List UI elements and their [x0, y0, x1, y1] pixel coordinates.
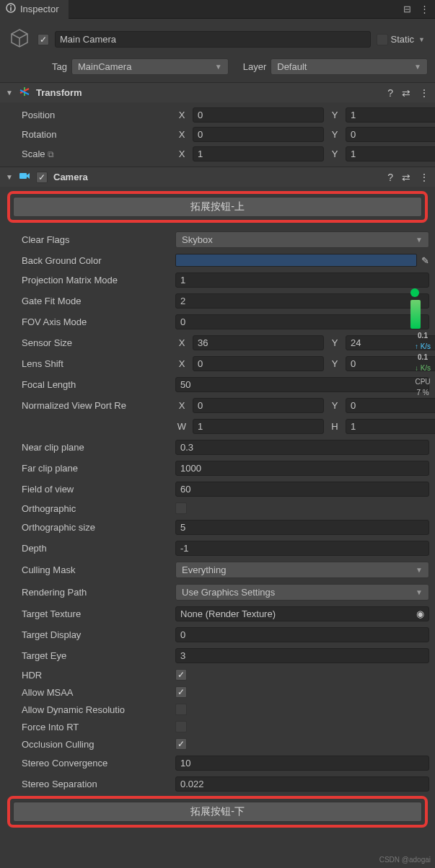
- stereo-separation[interactable]: [175, 776, 429, 792]
- layer-label: Layer: [243, 61, 267, 72]
- msaa-checkbox[interactable]: ✓: [175, 686, 187, 698]
- culling-mask-dropdown[interactable]: Everything▼: [175, 562, 429, 578]
- info-icon: [6, 3, 16, 15]
- rotation-x[interactable]: [193, 127, 324, 142]
- layer-dropdown[interactable]: Default▼: [271, 58, 428, 75]
- viewport-y[interactable]: [346, 398, 435, 413]
- static-dropdown-arrow[interactable]: ▼: [418, 36, 425, 43]
- lens-x[interactable]: [193, 356, 324, 371]
- depth[interactable]: [175, 541, 429, 556]
- presets-icon[interactable]: ⇄: [402, 172, 410, 183]
- sensor-x[interactable]: [193, 335, 324, 350]
- target-eye[interactable]: [175, 648, 429, 663]
- rotation-y[interactable]: [346, 127, 435, 142]
- svg-rect-2: [10, 7, 12, 11]
- watermark: CSDN @adogai: [379, 856, 431, 864]
- help-icon[interactable]: ?: [387, 87, 393, 99]
- dynamic-res-checkbox[interactable]: [175, 704, 187, 715]
- scale-label: Scale ⧉: [22, 149, 175, 159]
- clear-flags-dropdown[interactable]: Skybox▼: [175, 231, 429, 248]
- component-menu-icon[interactable]: ⋮: [419, 172, 429, 183]
- fov[interactable]: [175, 482, 429, 497]
- occlusion-checkbox[interactable]: ✓: [175, 738, 187, 750]
- position-x[interactable]: [193, 107, 324, 123]
- target-texture-field[interactable]: None (Render Texture)◉: [175, 606, 429, 621]
- eyedropper-icon[interactable]: ✎: [421, 255, 429, 266]
- tag-label: Tag: [52, 61, 67, 72]
- presets-icon[interactable]: ⇄: [402, 87, 410, 99]
- gate-fit-mode[interactable]: [175, 293, 429, 309]
- extend-button-bottom[interactable]: 拓展按钮-下: [13, 802, 422, 822]
- focal-length[interactable]: [175, 377, 429, 392]
- perf-overlay: 0.1 ↑ K/s 0.1 ↓ K/s CPU 7 %: [410, 285, 435, 399]
- tag-dropdown[interactable]: MainCamera▼: [71, 58, 229, 75]
- highlight-bottom: 拓展按钮-下: [7, 796, 428, 828]
- viewport-x[interactable]: [193, 398, 324, 413]
- far-clip[interactable]: [175, 461, 429, 476]
- svg-rect-3: [19, 173, 27, 179]
- orthographic-checkbox[interactable]: [175, 502, 187, 514]
- static-checkbox[interactable]: [377, 34, 388, 45]
- viewport-w[interactable]: [193, 419, 324, 434]
- transform-title: Transform: [36, 87, 382, 98]
- viewport-h[interactable]: [346, 419, 435, 434]
- position-y[interactable]: [346, 107, 435, 123]
- inspector-tab[interactable]: Inspector: [0, 0, 69, 19]
- scale-y[interactable]: [346, 146, 435, 161]
- camera-title: Camera: [53, 172, 382, 182]
- static-label: Static: [391, 34, 415, 45]
- help-icon[interactable]: ?: [387, 172, 393, 183]
- scale-lock-icon[interactable]: ⧉: [48, 149, 54, 159]
- tab-menu-icon[interactable]: ⋮: [420, 4, 429, 14]
- extend-button-top[interactable]: 拓展按钮-上: [13, 197, 422, 217]
- highlight-top: 拓展按钮-上: [7, 191, 428, 223]
- svg-point-1: [10, 5, 12, 6]
- camera-icon: [19, 170, 30, 184]
- transform-icon: [19, 86, 30, 99]
- stereo-convergence[interactable]: [175, 756, 429, 771]
- gameobject-name-field[interactable]: [55, 31, 371, 48]
- force-rt-checkbox[interactable]: [175, 721, 187, 732]
- object-picker-icon[interactable]: ◉: [416, 608, 424, 619]
- bg-color-field[interactable]: [175, 254, 417, 267]
- component-menu-icon[interactable]: ⋮: [419, 87, 429, 99]
- fov-axis-mode[interactable]: [175, 314, 429, 329]
- ortho-size[interactable]: [175, 520, 429, 535]
- gameobject-icon: [7, 26, 32, 53]
- camera-enabled-checkbox[interactable]: ✓: [36, 172, 48, 183]
- tab-title: Inspector: [20, 4, 58, 14]
- position-label: Position: [22, 110, 175, 120]
- rotation-label: Rotation: [22, 129, 175, 140]
- camera-foldout[interactable]: ▼: [6, 173, 13, 181]
- near-clip[interactable]: [175, 440, 429, 455]
- scale-x[interactable]: [193, 146, 324, 161]
- target-display[interactable]: [175, 627, 429, 642]
- gameobject-enabled-checkbox[interactable]: ✓: [38, 34, 49, 45]
- proj-matrix-mode[interactable]: [175, 273, 429, 288]
- transform-foldout[interactable]: ▼: [6, 89, 13, 97]
- hdr-checkbox[interactable]: ✓: [175, 669, 187, 681]
- rendering-path-dropdown[interactable]: Use Graphics Settings▼: [175, 584, 429, 601]
- lock-icon[interactable]: ⊟: [403, 4, 411, 14]
